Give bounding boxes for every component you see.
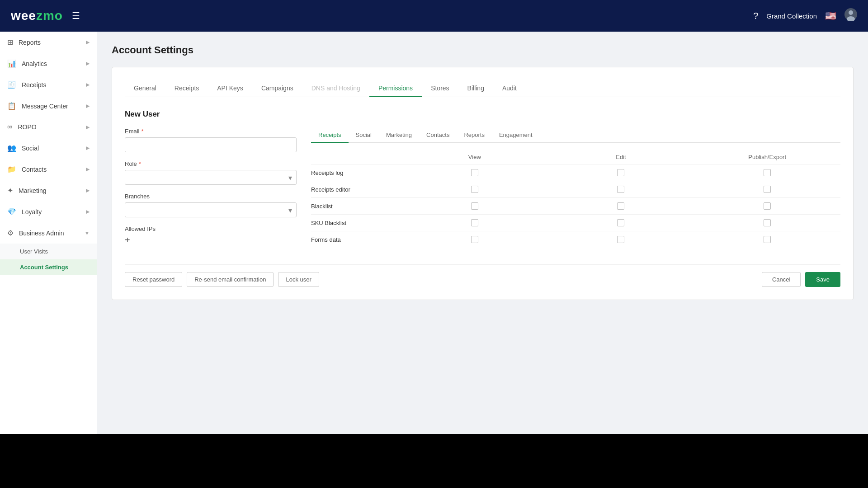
checkbox-receipts-editor-view[interactable] bbox=[471, 186, 478, 193]
topbar: weezmo ☰ ? Grand Collection 🇺🇸 bbox=[0, 0, 868, 32]
sidebar-item-analytics[interactable]: 📊 Analytics ▶ bbox=[0, 53, 97, 74]
reports-icon: ⊞ bbox=[7, 38, 13, 47]
perm-row-label: Forms data bbox=[311, 236, 401, 243]
sidebar-item-label: Receipts bbox=[22, 81, 46, 89]
email-input[interactable] bbox=[125, 137, 297, 152]
checkbox-receipts-log-publish[interactable] bbox=[764, 169, 771, 176]
checkbox-sku-blacklist-view[interactable] bbox=[471, 219, 478, 226]
perm-tab-engagement[interactable]: Engagement bbox=[492, 128, 540, 143]
branches-group: Branches bbox=[125, 193, 297, 217]
checkbox-forms-data-view[interactable] bbox=[471, 236, 478, 243]
save-button[interactable]: Save bbox=[805, 272, 840, 287]
perm-tab-reports[interactable]: Reports bbox=[457, 128, 492, 143]
sidebar-sub-business-admin: User Visits Account Settings bbox=[0, 244, 97, 275]
perm-edit-check bbox=[548, 236, 694, 243]
perm-col-publish: Publish/Export bbox=[694, 154, 840, 160]
checkbox-receipts-editor-edit[interactable] bbox=[617, 186, 624, 193]
add-ip-button[interactable]: + bbox=[125, 235, 130, 245]
tab-audit[interactable]: Audit bbox=[493, 80, 526, 97]
logo: weezmo bbox=[11, 9, 63, 23]
sub-item-label: Account Settings bbox=[20, 264, 68, 271]
perm-view-check bbox=[401, 202, 548, 210]
social-icon: 👥 bbox=[7, 144, 16, 152]
checkbox-receipts-log-edit[interactable] bbox=[617, 169, 624, 176]
chevron-icon: ▶ bbox=[86, 209, 90, 215]
sidebar-item-ropo[interactable]: ∞ ROPO ▶ bbox=[0, 117, 97, 137]
tab-permissions[interactable]: Permissions bbox=[369, 80, 422, 97]
business-admin-icon: ⚙ bbox=[7, 229, 14, 237]
tab-billing[interactable]: Billing bbox=[458, 80, 493, 97]
branches-select[interactable] bbox=[125, 202, 297, 217]
tab-campaigns[interactable]: Campaigns bbox=[252, 80, 302, 97]
sidebar-item-label: Reports bbox=[19, 39, 41, 46]
brand-name: Grand Collection bbox=[766, 12, 817, 20]
perm-table-header: View Edit Publish/Export bbox=[311, 150, 840, 164]
sidebar-sub-item-user-visits[interactable]: User Visits bbox=[0, 244, 97, 259]
chevron-icon: ▶ bbox=[86, 188, 90, 193]
required-indicator: * bbox=[142, 128, 144, 135]
sidebar-item-business-admin[interactable]: ⚙ Business Admin ▼ bbox=[0, 222, 97, 244]
checkbox-blacklist-edit[interactable] bbox=[617, 202, 624, 210]
sidebar-sub-item-account-settings[interactable]: Account Settings bbox=[0, 259, 97, 275]
sidebar-item-marketing[interactable]: ✦ Marketing ▶ bbox=[0, 180, 97, 201]
loyalty-icon: 💎 bbox=[7, 207, 16, 216]
sidebar-item-reports[interactable]: ⊞ Reports ▶ bbox=[0, 32, 97, 53]
allowed-ips-label: Allowed IPs bbox=[125, 225, 297, 232]
sidebar-item-social[interactable]: 👥 Social ▶ bbox=[0, 137, 97, 159]
role-label: Role * bbox=[125, 160, 297, 167]
tab-receipts[interactable]: Receipts bbox=[165, 80, 208, 97]
form-left: Email * Role * bbox=[125, 128, 297, 253]
cancel-button[interactable]: Cancel bbox=[762, 272, 801, 287]
perm-tab-receipts[interactable]: Receipts bbox=[311, 128, 349, 143]
checkbox-forms-data-publish[interactable] bbox=[764, 236, 771, 243]
permissions-table: View Edit Publish/Export Receipts log Re… bbox=[311, 150, 840, 248]
perm-row-label: SKU Blacklist bbox=[311, 220, 401, 226]
checkbox-sku-blacklist-publish[interactable] bbox=[764, 219, 771, 226]
perm-edit-check bbox=[548, 186, 694, 193]
tab-stores[interactable]: Stores bbox=[422, 80, 458, 97]
chevron-icon: ▶ bbox=[86, 61, 90, 66]
perm-row-forms-data: Forms data bbox=[311, 231, 840, 248]
lock-user-button[interactable]: Lock user bbox=[278, 272, 319, 287]
help-icon[interactable]: ? bbox=[753, 11, 758, 21]
perm-row-sku-blacklist: SKU Blacklist bbox=[311, 214, 840, 231]
sidebar-item-contacts[interactable]: 📁 Contacts ▶ bbox=[0, 159, 97, 180]
tab-api-keys[interactable]: API Keys bbox=[208, 80, 252, 97]
checkbox-blacklist-publish[interactable] bbox=[764, 202, 771, 210]
checkbox-forms-data-edit[interactable] bbox=[617, 236, 624, 243]
checkbox-receipts-log-view[interactable] bbox=[471, 169, 478, 176]
sidebar-item-message-center[interactable]: 📋 Message Center ▶ bbox=[0, 95, 97, 117]
resend-email-button[interactable]: Re-send email confirmation bbox=[187, 272, 274, 287]
checkbox-receipts-editor-publish[interactable] bbox=[764, 186, 771, 193]
sidebar-item-receipts[interactable]: 🧾 Receipts ▶ bbox=[0, 74, 97, 95]
reset-password-button[interactable]: Reset password bbox=[125, 272, 182, 287]
tab-general[interactable]: General bbox=[125, 80, 165, 97]
perm-tab-contacts[interactable]: Contacts bbox=[419, 128, 457, 143]
sidebar-item-label: Analytics bbox=[22, 60, 47, 67]
user-avatar-icon[interactable] bbox=[844, 8, 857, 23]
action-left-buttons: Reset password Re-send email confirmatio… bbox=[125, 272, 319, 287]
role-select[interactable] bbox=[125, 170, 297, 185]
perm-row-receipts-log: Receipts log bbox=[311, 164, 840, 181]
perm-publish-check bbox=[694, 186, 840, 193]
checkbox-blacklist-view[interactable] bbox=[471, 202, 478, 210]
receipts-icon: 🧾 bbox=[7, 80, 16, 89]
perm-tab-marketing[interactable]: Marketing bbox=[379, 128, 419, 143]
chevron-icon: ▶ bbox=[86, 166, 90, 172]
perm-row-receipts-editor: Receipts editor bbox=[311, 181, 840, 197]
email-group: Email * bbox=[125, 128, 297, 152]
chevron-icon: ▶ bbox=[86, 39, 90, 45]
perm-publish-check bbox=[694, 236, 840, 243]
page-title: Account Settings bbox=[112, 44, 854, 56]
sidebar-item-loyalty[interactable]: 💎 Loyalty ▶ bbox=[0, 201, 97, 222]
chevron-icon: ▶ bbox=[86, 103, 90, 109]
main-tabs: General Receipts API Keys Campaigns DNS … bbox=[125, 80, 840, 97]
menu-icon[interactable]: ☰ bbox=[72, 10, 80, 21]
sub-item-label: User Visits bbox=[20, 248, 48, 255]
perm-col-label bbox=[311, 154, 401, 160]
ropo-icon: ∞ bbox=[7, 123, 12, 131]
perm-tab-social[interactable]: Social bbox=[349, 128, 379, 143]
checkbox-sku-blacklist-edit[interactable] bbox=[617, 219, 624, 226]
perm-col-view: View bbox=[401, 154, 548, 160]
perm-edit-check bbox=[548, 202, 694, 210]
